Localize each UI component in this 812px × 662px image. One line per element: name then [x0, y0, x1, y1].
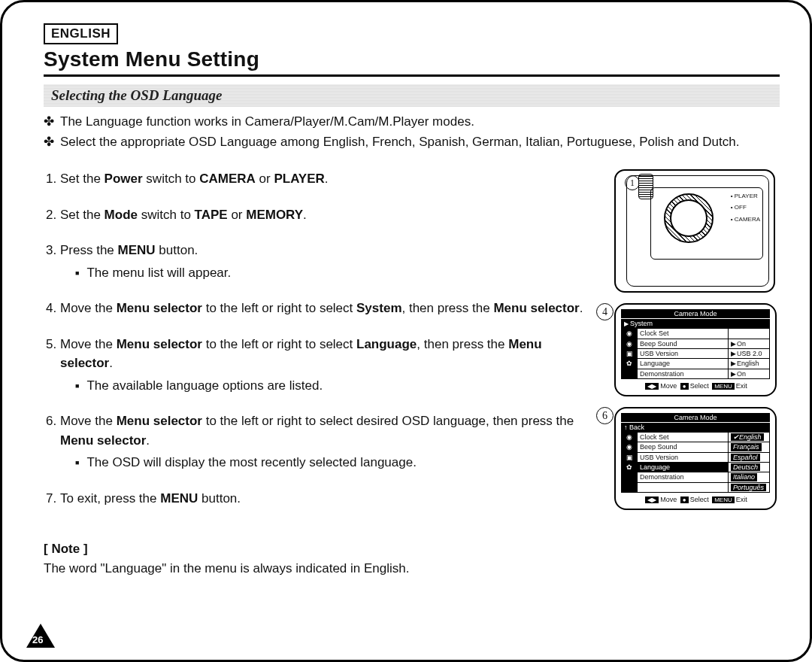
menu-icon: ◉ [622, 339, 638, 348]
dial-labels: PLAYER OFF CAMERA [731, 190, 760, 225]
menu-icon: ◉ [622, 329, 638, 339]
step-6-sub: The OSD will display the most recently s… [75, 453, 596, 472]
menu-icon: ◉ [622, 433, 638, 442]
osd4-selected: System [621, 319, 770, 328]
intro-line-1: The Language function works in Camera/Pl… [60, 113, 474, 132]
instructions-column: Set the Power switch to CAMERA or PLAYER… [44, 169, 596, 578]
step-2: Set the Mode switch to TAPE or MEMORY. [60, 205, 596, 225]
osd4-footer: ◀▶Move ●Select MENUExit [621, 382, 770, 390]
menu-chip-icon: MENU [712, 496, 735, 503]
figure-6-badge: 6 [596, 407, 614, 424]
menu-icon [622, 472, 638, 482]
move-icon: ◀▶ [645, 383, 659, 390]
menu-icon: ▣ [622, 348, 638, 358]
menu-icon [622, 369, 638, 378]
select-icon: ● [680, 383, 689, 390]
step-7: To exit, press the MENU button. [60, 489, 596, 509]
osd6-footer: ◀▶Move ●Select MENUExit [621, 496, 770, 503]
menu-icon: ◉ [622, 442, 638, 452]
manual-page: ENGLISH System Menu Setting Selecting th… [0, 0, 812, 662]
power-dial-icon [664, 193, 714, 243]
section-subtitle: Selecting the OSD Language [44, 84, 780, 107]
step-6: Move the Menu selector to the left or ri… [60, 411, 596, 472]
step-3-sub: The menu list will appear. [75, 263, 596, 283]
step-1: Set the Power switch to CAMERA or PLAYER… [60, 169, 596, 189]
step-4: Move the Menu selector to the left or ri… [60, 299, 596, 318]
language-tag: ENGLISH [44, 23, 118, 44]
figure-osd-4: 4 Camera Mode System ◉Clock Set ◉Beep So… [614, 303, 780, 396]
title-rule [44, 74, 780, 77]
move-icon: ◀▶ [645, 496, 659, 503]
menu-chip-icon: MENU [712, 383, 735, 390]
osd4-menu: ◉Clock Set ◉Beep Sound▶On ▣USB Version▶U… [621, 328, 770, 379]
osd6-back: ↑ Back [621, 423, 770, 432]
figure-camera: 1 PLAYER OFF CAMERA [614, 169, 780, 293]
bullet-icon: ✤ [44, 133, 60, 152]
osd4-title: Camera Mode [621, 309, 770, 318]
page-title: System Menu Setting [44, 47, 780, 71]
menu-icon: ✿ [622, 463, 638, 472]
menu-icon: ▣ [622, 452, 638, 462]
intro-block: ✤ The Language function works in Camera/… [44, 113, 780, 151]
page-number: 26 [32, 634, 43, 645]
note-text: The word "Language" in the menu is alway… [44, 559, 596, 578]
intro-line-2: Select the appropriate OSD Language amon… [60, 133, 739, 152]
select-icon: ● [680, 496, 689, 503]
step-5-sub: The available language options are liste… [75, 376, 596, 396]
figure-4-badge: 4 [596, 303, 614, 320]
osd6-menu: ◉Clock Set✔English ◉Beep SoundFrançais ▣… [621, 432, 770, 493]
bullet-icon: ✤ [44, 113, 60, 132]
figures-column: 1 PLAYER OFF CAMERA 4 Camera Mode Sys [614, 169, 780, 578]
note-block: [ Note ] The word "Language" in the menu… [44, 539, 596, 578]
figure-osd-6: 6 Camera Mode ↑ Back ◉Clock Set✔English … [614, 407, 780, 510]
menu-icon: ✿ [622, 359, 638, 369]
step-5: Move the Menu selector to the left or ri… [60, 335, 596, 396]
note-label: [ Note ] [44, 539, 596, 559]
osd6-title: Camera Mode [621, 413, 770, 422]
step-3: Press the MENU button. The menu list wil… [60, 241, 596, 282]
